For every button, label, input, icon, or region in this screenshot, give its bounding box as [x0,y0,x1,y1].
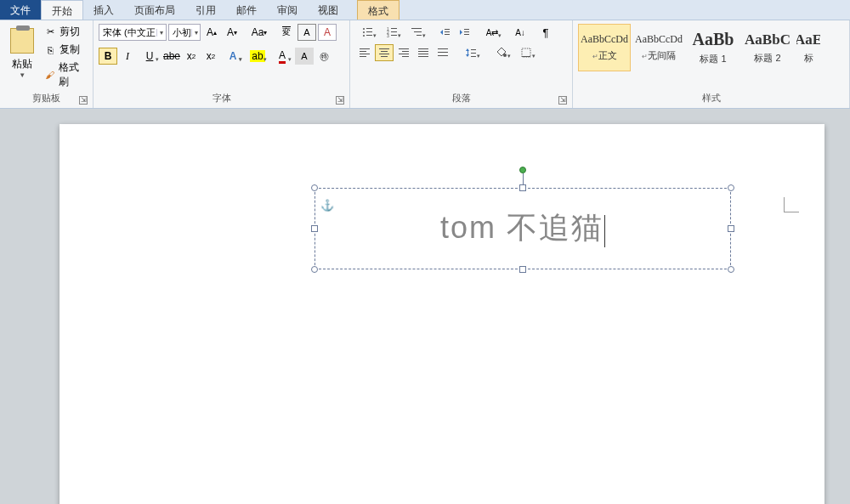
paragraph-launcher[interactable]: ⇲ [558,96,567,105]
text-box-content[interactable]: tom 不追猫 [315,189,730,249]
format-painter-button[interactable]: 🖌 格式刷 [42,59,88,90]
cut-button[interactable]: ✂ 剪切 [42,24,88,40]
increase-indent-button[interactable] [455,24,473,41]
clear-formatting-button[interactable]: A [318,24,337,41]
svg-rect-37 [438,48,448,49]
text-direction-button[interactable]: A⇄ [480,24,504,41]
style-no-spacing[interactable]: AaBbCcDd ↵无间隔 [632,24,685,71]
tab-home[interactable]: 开始 [41,0,83,20]
align-right-button[interactable] [394,44,413,61]
svg-rect-14 [416,35,422,36]
ribbon: 粘贴 ▼ ✂ 剪切 ⎘ 复制 🖌 格式刷 剪贴板 ⇲ [0,20,850,109]
svg-rect-22 [360,51,366,52]
change-case-button[interactable]: Aa▾ [250,24,269,41]
font-size-value: 小初 [169,26,191,39]
tab-format-contextual[interactable]: 格式 [357,0,400,20]
chevron-down-icon: ▾ [191,29,200,37]
tab-view[interactable]: 视图 [308,0,348,20]
svg-point-4 [363,35,365,37]
svg-rect-1 [366,28,372,29]
document-page[interactable]: ⚓ tom 不追猫 [60,124,824,504]
group-font: 宋体 (中文正 ▾ 小初 ▾ A▴ A▾ Aa▾ 変 A A B I U [94,20,350,108]
svg-rect-19 [464,31,469,32]
font-name-combo[interactable]: 宋体 (中文正 ▾ [99,24,167,41]
tab-review[interactable]: 审阅 [267,0,308,20]
tab-insert[interactable]: 插入 [83,0,124,20]
clipboard-launcher[interactable]: ⇲ [79,96,88,105]
grow-font-button[interactable]: A▴ [202,24,221,41]
italic-button[interactable]: I [118,48,137,65]
format-painter-label: 格式刷 [59,60,86,89]
tab-mailings[interactable]: 邮件 [226,0,267,20]
phonetic-guide-button[interactable]: 変 [277,24,296,41]
multilevel-list-button[interactable] [405,24,428,41]
group-paragraph-label: 段落 ⇲ [355,90,567,108]
subscript-button[interactable]: x2 [182,48,201,65]
tab-file[interactable]: 文件 [0,0,41,20]
text-effects-button[interactable]: A [221,48,245,65]
font-color-button[interactable]: A [270,48,294,65]
svg-rect-5 [366,35,372,36]
style-heading2[interactable]: AaBbC 标题 2 [741,24,794,71]
sort-button[interactable]: A↓ [511,24,530,41]
justify-button[interactable] [414,44,433,61]
svg-point-0 [363,28,365,30]
show-marks-button[interactable]: ¶ [536,24,555,41]
chevron-down-icon: ▾ [156,29,166,37]
svg-rect-9 [391,31,397,32]
group-styles: AaBbCcDd ↵正文 AaBbCcDd ↵无间隔 AaBb 标题 1 AaB… [573,20,850,108]
text-box[interactable]: ⚓ tom 不追猫 [314,188,731,269]
resize-handle-bm[interactable] [519,266,526,273]
cut-label: 剪切 [60,25,80,39]
borders-button[interactable] [514,44,538,61]
svg-rect-7 [391,28,397,29]
tab-references[interactable]: 引用 [185,0,226,20]
strikethrough-button[interactable]: abe [162,48,181,65]
rotation-handle[interactable] [519,167,526,173]
distribute-button[interactable] [434,44,452,61]
enclose-char-button[interactable]: ㊕ [314,48,333,65]
svg-rect-15 [445,29,450,30]
align-left-button[interactable] [355,44,374,61]
line-spacing-button[interactable] [459,44,483,61]
tab-page-layout[interactable]: 页面布局 [124,0,185,20]
group-paragraph: 123 A⇄ A↓ ¶ [350,20,573,108]
bold-button[interactable]: B [99,48,117,65]
group-clipboard-label: 剪贴板 ⇲ [5,90,88,108]
document-workspace[interactable]: ⚓ tom 不追猫 [0,109,850,504]
resize-handle-br[interactable] [728,266,734,273]
copy-label: 复制 [60,42,80,57]
decrease-indent-button[interactable] [435,24,454,41]
shrink-font-button[interactable]: A▾ [223,24,241,41]
menu-bar: 文件 开始 插入 页面布局 引用 邮件 审阅 视图 格式 [0,0,850,20]
svg-rect-25 [379,48,389,49]
shading-button[interactable] [490,44,513,61]
svg-rect-31 [399,54,409,54]
highlight-button[interactable]: ab [246,48,269,65]
copy-button[interactable]: ⎘ 复制 [42,42,88,58]
char-border-button[interactable]: A [298,24,316,41]
font-launcher[interactable]: ⇲ [336,96,344,105]
style-heading3[interactable]: AaE 标 [796,24,821,71]
font-size-combo[interactable]: 小初 ▾ [168,24,201,41]
svg-rect-41 [471,49,476,50]
styles-gallery[interactable]: AaBbCcDd ↵正文 AaBbCcDd ↵无间隔 AaBb 标题 1 AaB… [578,24,821,71]
style-normal[interactable]: AaBbCcDd ↵正文 [578,24,631,71]
group-styles-label: 样式 [578,90,844,108]
style-heading1[interactable]: AaBb 标题 1 [687,24,740,71]
svg-rect-35 [418,54,428,54]
svg-rect-26 [381,51,388,52]
svg-rect-29 [399,48,409,49]
margin-corner-marker [784,197,799,212]
bullets-button[interactable] [355,24,379,41]
svg-rect-20 [464,34,469,35]
numbering-button[interactable]: 123 [380,24,404,41]
char-shading-button[interactable]: A [295,48,314,65]
resize-handle-bl[interactable] [311,266,318,273]
superscript-button[interactable]: x2 [201,48,220,65]
align-center-button[interactable] [375,44,394,61]
paste-icon [10,28,34,54]
paste-button[interactable]: 粘贴 ▼ [5,24,39,85]
underline-button[interactable]: U [138,48,162,65]
svg-rect-30 [402,51,409,52]
